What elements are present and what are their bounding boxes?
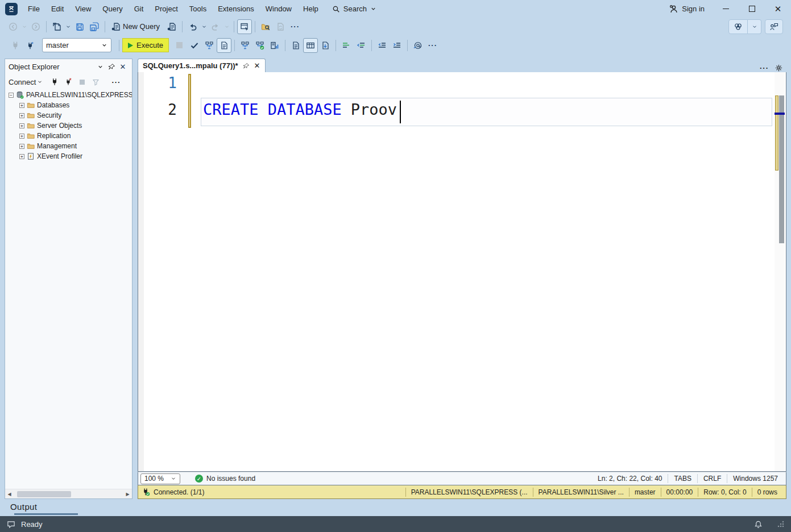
results-to-file-button[interactable]: [318, 38, 333, 53]
expand-icon[interactable]: +: [19, 113, 24, 118]
object-explorer-header[interactable]: Object Explorer ✕: [5, 59, 132, 74]
expand-icon[interactable]: +: [19, 103, 24, 108]
connection-database[interactable]: master: [629, 488, 661, 497]
resize-grip-icon[interactable]: [777, 521, 784, 527]
database-dropdown[interactable]: master: [42, 38, 111, 52]
results-to-grid-button[interactable]: [303, 38, 318, 53]
minimize-button[interactable]: [713, 0, 739, 18]
menu-git[interactable]: Git: [129, 0, 150, 18]
copilot-button[interactable]: [728, 19, 748, 34]
redo-dropdown[interactable]: [223, 19, 231, 34]
window-edit-button[interactable]: [237, 19, 252, 34]
menu-window[interactable]: Window: [260, 0, 297, 18]
tree-item-server-objects[interactable]: + Server Objects: [5, 120, 132, 131]
output-tab[interactable]: Output: [10, 502, 37, 512]
search-box[interactable]: Search: [332, 5, 376, 13]
menu-view[interactable]: View: [69, 0, 97, 18]
live-stats-button[interactable]: [267, 38, 282, 53]
close-panel-button[interactable]: ✕: [117, 61, 129, 72]
change-connection-button[interactable]: [23, 38, 38, 53]
execute-button[interactable]: Execute: [122, 38, 169, 52]
connect-menu-label[interactable]: Connect: [9, 78, 36, 86]
horizontal-scrollbar[interactable]: ◀ ▶: [5, 489, 132, 498]
encoding[interactable]: Windows 1257: [727, 474, 784, 483]
connect-button[interactable]: [8, 38, 23, 53]
scrollbar-thumb[interactable]: [17, 491, 71, 497]
gear-icon[interactable]: [775, 64, 783, 72]
save-all-button[interactable]: [87, 19, 102, 34]
chevron-down-icon[interactable]: [37, 79, 43, 85]
save-button[interactable]: [72, 19, 87, 34]
scroll-left-icon[interactable]: ◀: [5, 492, 14, 497]
line-ending[interactable]: CRLF: [697, 474, 727, 483]
oe-overflow-button[interactable]: ···: [110, 74, 122, 89]
open-query-button[interactable]: [164, 19, 179, 34]
bell-icon[interactable]: [754, 520, 763, 529]
connection-server[interactable]: PARALLELSWIN11\SQLEXPRESS (...: [405, 488, 533, 497]
tree-item-management[interactable]: + Management: [5, 141, 132, 151]
expand-icon[interactable]: +: [19, 144, 24, 149]
collapse-icon[interactable]: −: [9, 93, 14, 98]
tree-item-security[interactable]: + Security: [5, 110, 132, 120]
expand-icon[interactable]: +: [19, 123, 24, 128]
increase-indent-button[interactable]: [390, 38, 404, 53]
navigate-forward-button[interactable]: [28, 19, 43, 34]
close-button[interactable]: ✕: [765, 0, 791, 18]
new-query-button[interactable]: New Query: [108, 19, 164, 34]
estimated-plan-button[interactable]: [238, 38, 252, 53]
showplan-button[interactable]: [202, 38, 217, 53]
indent-mode[interactable]: TABS: [668, 474, 697, 483]
zoom-select[interactable]: 100 %: [140, 473, 180, 484]
connection-login[interactable]: PARALLELSWIN11\Silver ...: [533, 488, 629, 497]
panel-options-button[interactable]: [94, 61, 106, 72]
new-file-button[interactable]: [49, 19, 64, 34]
tree-item-replication[interactable]: + Replication: [5, 131, 132, 141]
scrollbar-thumb[interactable]: [779, 95, 784, 243]
expand-icon[interactable]: +: [19, 154, 24, 159]
file-sync-button[interactable]: [273, 19, 288, 34]
toolbar-overflow-button[interactable]: ···: [425, 38, 440, 53]
tree-item-databases[interactable]: + Databases: [5, 100, 132, 110]
undo-dropdown[interactable]: [200, 19, 208, 34]
oe-stop-button[interactable]: [76, 74, 88, 89]
oe-filter-button[interactable]: [89, 74, 102, 89]
results-to-text-button[interactable]: [288, 38, 303, 53]
oe-disconnect-button[interactable]: [62, 74, 74, 89]
menu-project[interactable]: Project: [149, 0, 183, 18]
close-tab-icon[interactable]: ✕: [254, 61, 260, 70]
cancel-query-button[interactable]: [172, 38, 187, 53]
undo-button[interactable]: [185, 19, 200, 34]
feedback-button[interactable]: [765, 19, 783, 34]
pin-panel-button[interactable]: [106, 61, 117, 72]
maximize-button[interactable]: [739, 0, 765, 18]
tab-overflow-button[interactable]: ···: [760, 64, 769, 72]
pin-icon[interactable]: [243, 63, 250, 69]
actual-plan-button[interactable]: [252, 38, 267, 53]
parse-button[interactable]: [187, 38, 202, 53]
copilot-dropdown[interactable]: [748, 19, 761, 34]
sign-in-button[interactable]: Sign in: [669, 5, 713, 14]
code-editor[interactable]: 1 2 CREATE DATABASE Proov: [138, 72, 786, 472]
decrease-indent-button[interactable]: [375, 38, 390, 53]
speech-bubble-icon[interactable]: [7, 520, 15, 529]
expand-icon[interactable]: +: [19, 134, 24, 139]
uncomment-button[interactable]: [354, 38, 368, 53]
navigate-back-dropdown[interactable]: [20, 19, 28, 34]
template-parameters-button[interactable]: [411, 38, 425, 53]
vertical-scrollbar[interactable]: [775, 72, 785, 471]
menu-query[interactable]: Query: [97, 0, 128, 18]
find-in-files-button[interactable]: [258, 19, 273, 34]
menu-file[interactable]: File: [22, 0, 45, 18]
navigate-back-button[interactable]: [6, 19, 20, 34]
tree-item-server[interactable]: − PARALLELSWIN11\SQLEXPRESS (SQ: [5, 90, 132, 100]
issues-status[interactable]: No issues found: [206, 475, 255, 483]
new-file-dropdown[interactable]: [64, 19, 72, 34]
query-options-button[interactable]: [217, 38, 231, 53]
menu-edit[interactable]: Edit: [45, 0, 69, 18]
menu-help[interactable]: Help: [297, 0, 324, 18]
redo-button[interactable]: [208, 19, 223, 34]
document-tab[interactable]: SQLQuery1.s...mpalu (77))* ✕: [138, 59, 266, 72]
caret-position[interactable]: Ln: 2, Ch: 22, Col: 40: [592, 474, 668, 483]
scroll-right-icon[interactable]: ▶: [123, 492, 132, 497]
oe-connect-button[interactable]: [48, 74, 61, 89]
